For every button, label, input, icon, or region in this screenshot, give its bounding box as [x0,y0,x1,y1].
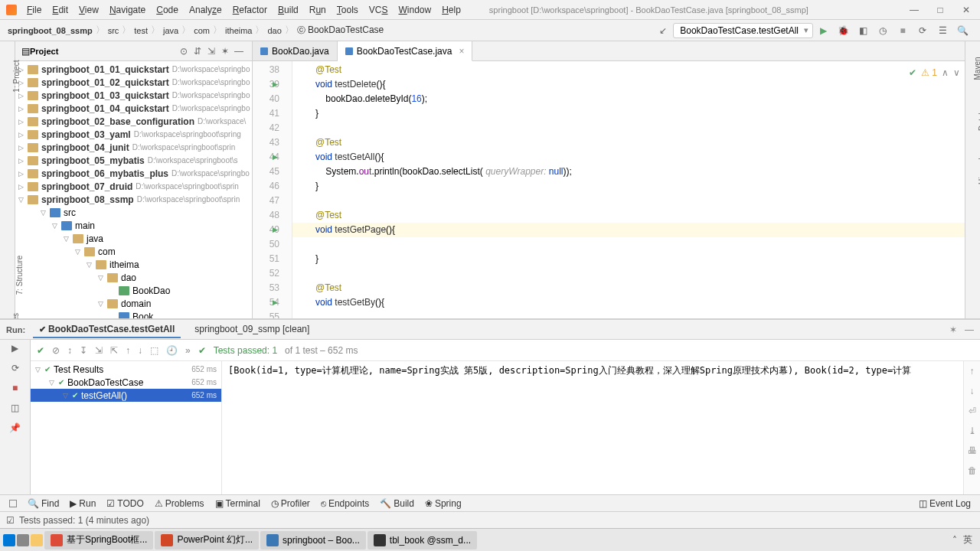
show-passed-icon[interactable]: ✔ [37,345,44,356]
tab-event-log[interactable]: ◫ Event Log [914,497,975,510]
breadcrumb[interactable]: java [163,26,178,35]
toggle-auto-icon[interactable]: ⟳ [9,363,21,375]
breadcrumb[interactable]: com [194,26,210,35]
rerun-button[interactable]: ▶ [9,343,21,355]
tab-close-icon[interactable]: × [459,46,464,57]
tray-up-icon[interactable]: ˄ [952,535,957,546]
layout-icon[interactable]: ◫ [9,403,21,415]
breadcrumb[interactable]: itheima [225,26,252,35]
menu-analyze[interactable]: Analyze [184,2,227,18]
project-tree[interactable]: ▷springboot_01_01_quickstartD:\workspace… [15,61,252,318]
scroll-up-icon[interactable]: ↑ [970,366,975,377]
tab-spring[interactable]: ❀ Spring [420,497,466,510]
task-view-icon[interactable] [17,534,29,546]
debug-button[interactable]: 🐞 [836,24,850,37]
menu-tools[interactable]: Tools [332,2,364,18]
search-icon[interactable]: 🔍 [956,24,969,37]
menu-help[interactable]: Help [436,2,466,18]
status-message: Tests passed: 1 (4 minutes ago) [19,515,149,526]
left-tool-rail: 1: Project 7: Structure Favorites [0,41,15,318]
stop-icon[interactable]: ■ [9,383,21,395]
tab-endpoints[interactable]: ⎋ Endpoints [316,497,374,510]
scroll-end-icon[interactable]: ⤓ [969,425,976,436]
history-icon[interactable]: 🕘 [166,345,178,356]
console-output[interactable]: [Book(id=1, type=计算机理论, name=Spring实战 第5… [222,361,963,494]
tab-run[interactable]: ▶ Run [65,497,100,510]
run-hide-icon[interactable]: — [965,324,974,335]
menu-navigate[interactable]: Navigate [104,2,151,18]
tab-problems[interactable]: ⚠ Problems [150,497,209,510]
system-tray[interactable]: ˄ 英 [952,533,977,546]
breadcrumb[interactable]: springboot_08_ssmp [8,26,93,35]
run-button[interactable]: ▶ [816,24,830,37]
print-icon[interactable]: 🖶 [968,445,977,456]
menu-refactor[interactable]: Refactor [227,2,273,18]
editor-gutter[interactable]: 3839▶4041424344▶4546474849▶5051525354▶55 [253,61,292,318]
pin-icon[interactable]: 📌 [9,422,21,435]
taskbar-item[interactable]: PowerPoint 幻灯... [155,531,259,549]
collapse-all-icon[interactable]: ⇲ [204,46,218,57]
menu-file[interactable]: File [21,2,47,18]
rail-project[interactable]: 1: Project [12,60,21,92]
menu-run[interactable]: Run [304,2,332,18]
tool-window-list-icon[interactable] [5,498,21,509]
taskbar-item[interactable]: springboot – Boo... [260,531,366,549]
editor-tab[interactable]: BookDaoTestCase.java× [338,41,473,61]
settings-icon[interactable]: ✶ [218,46,232,57]
prev-icon[interactable]: ↑ [126,345,130,356]
breadcrumb[interactable]: src [108,26,119,35]
breadcrumb[interactable]: dao [267,26,281,35]
vcs-icon[interactable]: ⟳ [916,24,929,37]
rail-maven[interactable]: Maven [973,57,980,80]
explorer-icon[interactable] [31,534,43,546]
build-icon[interactable]: ↙ [656,24,670,37]
export-icon[interactable]: ⬚ [150,345,158,356]
menu-view[interactable]: View [74,2,104,18]
collapse-icon[interactable]: ⇱ [110,345,118,356]
taskbar-item[interactable]: tbl_book @ssm_d... [368,531,477,549]
minimize-icon[interactable]: — [906,5,922,15]
profile-button[interactable]: ◷ [876,24,890,37]
close-icon[interactable]: ✕ [959,5,974,15]
run-settings-icon[interactable]: ✶ [949,324,957,335]
maximize-icon[interactable]: □ [933,5,948,15]
menu-window[interactable]: Window [393,2,436,18]
menu-code[interactable]: Code [151,2,184,18]
menu-edit[interactable]: Edit [47,2,74,18]
select-opened-icon[interactable]: ⊙ [177,46,191,57]
taskbar-item[interactable]: 基于SpringBoot框... [44,531,153,549]
code-editor[interactable]: ✔ ⚠ 1 ∧ ∨ @Test void testDelete(){ bookD… [292,61,965,318]
breadcrumb[interactable]: ⓒ BookDaoTestCase [297,24,384,36]
run-config-dropdown[interactable]: BookDaoTestCase.testGetAll [673,23,813,38]
scroll-down-icon[interactable]: ↓ [970,386,975,396]
soft-wrap-icon[interactable]: ⏎ [969,406,976,416]
show-ignored-icon[interactable]: ⊘ [52,345,60,356]
expand-all-icon[interactable]: ⇵ [191,46,204,57]
rail-favorites[interactable]: Favorites [11,313,20,318]
tab-build[interactable]: 🔨 Build [375,497,419,510]
tab-todo[interactable]: ☑ TODO [102,497,148,510]
test-tree[interactable]: ▽✔Test Results652 ms▽✔BookDaoTestCase652… [31,361,222,494]
tab-profiler[interactable]: ◷ Profiler [266,497,315,510]
expand-icon[interactable]: ⇲ [95,345,103,356]
more-icon[interactable]: » [185,345,191,356]
start-button[interactable] [3,534,15,546]
rail-structure[interactable]: 7: Structure [15,256,24,295]
hide-icon[interactable]: — [232,46,246,57]
sort-icon[interactable]: ↕ [67,345,72,356]
ime-indicator[interactable]: 英 [963,533,972,546]
tab-terminal[interactable]: ▣ Terminal [211,497,265,510]
breadcrumb[interactable]: test [134,26,148,35]
editor-tab[interactable]: BookDao.java [253,41,338,60]
tab-find[interactable]: 🔍 Find [23,497,64,510]
menu-build[interactable]: Build [273,2,304,18]
structure-icon[interactable]: ☰ [936,24,949,37]
run-tab[interactable]: ✔ BookDaoTestCase.testGetAll [33,321,181,338]
coverage-button[interactable]: ◧ [856,24,870,37]
stop-button[interactable]: ■ [896,24,910,37]
menu-vcs[interactable]: VCS [364,2,394,18]
next-icon[interactable]: ↓ [138,345,142,356]
sort-alpha-icon[interactable]: ↧ [80,345,87,356]
run-tab[interactable]: springboot_09_ssmp [clean] [188,321,315,338]
clear-icon[interactable]: 🗑 [968,465,977,476]
